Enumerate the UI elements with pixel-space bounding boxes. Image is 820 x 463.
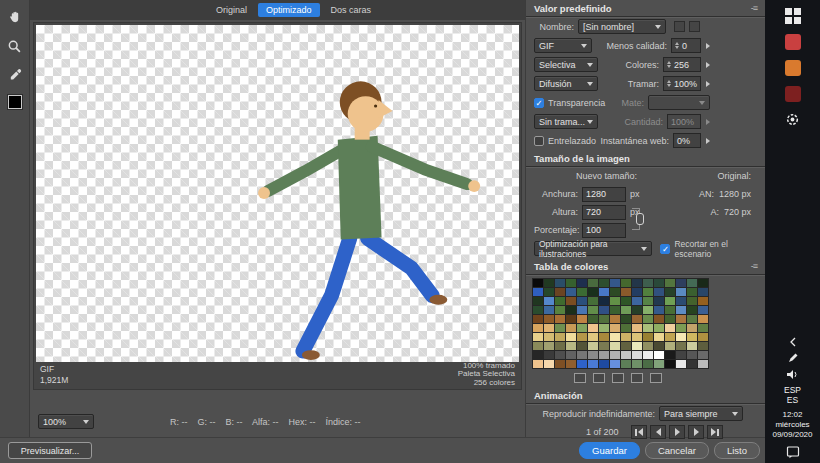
color-swatch[interactable] [577, 288, 587, 296]
color-swatch[interactable] [610, 333, 620, 341]
notification-center-icon[interactable] [786, 445, 800, 459]
color-swatch[interactable] [621, 333, 631, 341]
color-swatch[interactable] [621, 297, 631, 305]
color-swatch[interactable] [698, 351, 708, 359]
color-swatch[interactable] [610, 360, 620, 368]
color-swatch[interactable] [544, 315, 554, 323]
color-swatch[interactable] [533, 288, 543, 296]
web-snap-stepper[interactable]: 0% [673, 133, 701, 148]
color-swatch[interactable] [544, 351, 554, 359]
color-swatch[interactable] [599, 288, 609, 296]
panel-menu-icon[interactable]: -≡ [751, 3, 757, 13]
color-swatch[interactable] [643, 333, 653, 341]
color-swatch[interactable] [610, 315, 620, 323]
save-button[interactable]: Guardar [579, 442, 640, 459]
first-frame-button[interactable] [631, 425, 647, 439]
tab-original[interactable]: Original [208, 3, 255, 17]
color-swatch[interactable] [544, 306, 554, 314]
color-swatch[interactable] [665, 315, 675, 323]
color-swatch[interactable] [610, 297, 620, 305]
color-swatch[interactable] [643, 351, 653, 359]
color-swatch[interactable] [577, 333, 587, 341]
palette-dropdown[interactable]: Selectiva [534, 57, 598, 72]
color-swatch[interactable] [555, 315, 565, 323]
color-swatch[interactable] [566, 288, 576, 296]
color-swatch[interactable] [687, 297, 697, 305]
color-swatch[interactable] [665, 342, 675, 350]
interlaced-checkbox[interactable]: ✓ [534, 136, 544, 146]
color-swatch[interactable] [687, 306, 697, 314]
color-swatch[interactable] [588, 288, 598, 296]
color-swatch[interactable] [577, 279, 587, 287]
color-swatch[interactable] [533, 333, 543, 341]
color-swatch[interactable] [577, 342, 587, 350]
color-swatch[interactable] [588, 306, 598, 314]
slider-popup-icon[interactable] [706, 138, 710, 144]
color-swatch[interactable] [599, 324, 609, 332]
color-swatch[interactable] [533, 315, 543, 323]
hidden-icons-chevron-icon[interactable] [788, 337, 798, 347]
color-swatch[interactable] [555, 297, 565, 305]
new-color-icon[interactable] [631, 373, 643, 383]
color-swatch[interactable] [654, 279, 664, 287]
color-swatch[interactable] [698, 360, 708, 368]
lossy-stepper[interactable]: 0 [671, 38, 701, 53]
color-swatch[interactable] [610, 288, 620, 296]
color-swatch[interactable] [676, 360, 686, 368]
language-indicator[interactable]: ESP ES [784, 385, 801, 405]
slider-popup-icon[interactable] [706, 43, 710, 49]
play-button[interactable] [669, 425, 685, 439]
color-swatch[interactable] [632, 315, 642, 323]
color-swatch[interactable] [665, 288, 675, 296]
color-swatch[interactable] [698, 306, 708, 314]
color-swatch[interactable] [621, 279, 631, 287]
eyedropper-color-swatch[interactable] [8, 95, 22, 109]
color-swatch[interactable] [566, 306, 576, 314]
color-swatch[interactable] [577, 315, 587, 323]
color-swatch[interactable] [621, 351, 631, 359]
color-swatch[interactable] [632, 297, 642, 305]
color-swatch[interactable] [577, 324, 587, 332]
color-swatch[interactable] [588, 333, 598, 341]
color-swatch[interactable] [588, 315, 598, 323]
color-swatch[interactable] [676, 351, 686, 359]
color-swatch[interactable] [610, 342, 620, 350]
color-swatch[interactable] [643, 360, 653, 368]
color-swatch[interactable] [566, 342, 576, 350]
color-swatch[interactable] [599, 306, 609, 314]
color-swatch[interactable] [676, 306, 686, 314]
width-input[interactable] [582, 187, 626, 202]
color-swatch[interactable] [566, 315, 576, 323]
color-swatch[interactable] [698, 342, 708, 350]
color-swatch[interactable] [643, 315, 653, 323]
color-swatch[interactable] [687, 279, 697, 287]
preset-name-dropdown[interactable]: [Sin nombre] [578, 19, 666, 34]
color-swatch[interactable] [676, 279, 686, 287]
color-swatch[interactable] [665, 333, 675, 341]
dither-method-dropdown[interactable]: Difusión [534, 76, 598, 91]
taskbar-clock[interactable]: 12:02 miércoles 09/09/2020 [772, 410, 812, 440]
cancel-button[interactable]: Cancelar [645, 442, 709, 459]
color-swatch[interactable] [632, 324, 642, 332]
color-swatch[interactable] [599, 279, 609, 287]
color-swatch[interactable] [610, 324, 620, 332]
web-shift-icon[interactable] [593, 373, 605, 383]
color-swatch[interactable] [621, 288, 631, 296]
preset-option-icon[interactable] [689, 21, 700, 32]
color-swatch[interactable] [621, 306, 631, 314]
zoom-tool-button[interactable] [6, 37, 24, 55]
color-swatch[interactable] [555, 279, 565, 287]
color-swatch[interactable] [599, 333, 609, 341]
color-swatch[interactable] [698, 279, 708, 287]
color-swatch[interactable] [566, 324, 576, 332]
color-swatch[interactable] [577, 351, 587, 359]
color-swatch[interactable] [665, 324, 675, 332]
lock-color-icon[interactable] [612, 373, 624, 383]
transparency-map-icon[interactable] [574, 373, 586, 383]
color-swatch[interactable] [676, 333, 686, 341]
color-swatch[interactable] [665, 360, 675, 368]
color-swatch[interactable] [599, 315, 609, 323]
color-swatch[interactable] [654, 315, 664, 323]
color-swatch[interactable] [654, 342, 664, 350]
height-input[interactable] [582, 205, 626, 220]
